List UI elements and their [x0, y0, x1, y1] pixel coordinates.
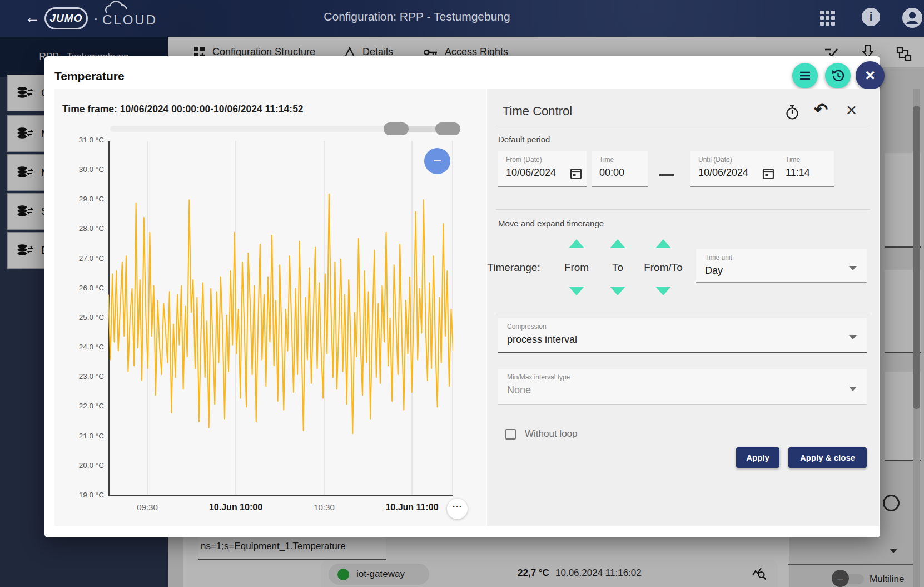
time-control-close-button[interactable]: ✕	[846, 102, 857, 119]
slider-handle-left[interactable]	[384, 122, 409, 135]
list-icon	[799, 71, 811, 81]
slider-handle-right[interactable]	[435, 122, 460, 135]
info-icon: i	[870, 11, 873, 23]
y-axis-tick: 27.0 °C	[54, 254, 104, 263]
apps-grid-icon	[819, 10, 836, 27]
y-axis-tick: 20.0 °C	[54, 461, 104, 470]
timerange-fromto-label: From/To	[635, 262, 691, 274]
x-axis-tick: 10.Jun 10:00	[200, 502, 272, 512]
page-title: Configuration: RPP - Testumgebung	[222, 10, 612, 23]
timerange-label: Timerange:	[480, 262, 547, 274]
from-time-field[interactable]: Time 00:00	[592, 151, 648, 187]
y-axis-tick: 22.0 °C	[54, 402, 104, 410]
y-axis-tick: 28.0 °C	[54, 224, 104, 233]
close-icon: ✕	[865, 68, 876, 83]
range-dash	[659, 174, 674, 176]
y-axis-tick: 26.0 °C	[54, 284, 104, 292]
timerange-from-down-button[interactable]	[569, 287, 584, 295]
apply-button[interactable]: Apply	[736, 447, 779, 468]
move-expand-label: Move and expand timerange	[498, 219, 604, 228]
compression-select[interactable]: Compression process interval	[498, 318, 867, 353]
cloud-icon	[103, 1, 153, 13]
chevron-down-icon	[849, 387, 857, 391]
until-date-field[interactable]: Until (Date) 10/06/2024	[690, 151, 779, 187]
y-axis-tick: 19.0 °C	[54, 491, 104, 499]
temperature-line	[108, 194, 453, 434]
timerange-from-up-button[interactable]	[569, 239, 584, 248]
timerange-to-down-button[interactable]	[610, 287, 625, 295]
x-axis-tick: 09:30	[111, 502, 183, 512]
minmax-interval-select[interactable]: Min/Max interval type None	[498, 369, 867, 405]
chart-panel: Time frame: 10/06/2024 00:00:00-10/06/20…	[54, 89, 486, 526]
list-view-button[interactable]	[792, 63, 818, 88]
account-button[interactable]	[902, 7, 923, 31]
back-button[interactable]: ←	[24, 8, 40, 28]
divider	[496, 314, 870, 314]
top-app-bar: ← JUMO · CLOUD Configuration: RPP - Test…	[0, 0, 924, 37]
calendar-icon[interactable]	[762, 167, 774, 182]
time-frame-label: Time frame: 10/06/2024 00:00:00-10/06/20…	[62, 103, 304, 115]
chart-menu-button[interactable]: ...	[447, 499, 468, 519]
chevron-down-icon	[849, 335, 857, 339]
close-dialog-button[interactable]: ✕	[856, 61, 885, 90]
timer-button[interactable]	[785, 105, 799, 122]
y-axis-tick: 29.0 °C	[54, 195, 104, 203]
time-control-title: Time Control	[503, 104, 572, 119]
undo-icon: ↶	[814, 100, 828, 119]
undo-button[interactable]: ↶	[814, 101, 828, 118]
info-button[interactable]: i	[862, 8, 880, 26]
y-axis-tick: 24.0 °C	[54, 343, 104, 351]
time-range-slider[interactable]	[110, 121, 463, 136]
without-loop-checkbox[interactable]	[505, 429, 516, 440]
x-axis-tick: 10.Jun 11:00	[376, 502, 448, 512]
jumo-logo: JUMO	[44, 7, 88, 29]
y-axis-tick: 21.0 °C	[54, 432, 104, 440]
temperature-chart-svg	[108, 141, 453, 496]
zoom-out-button[interactable]: −	[424, 148, 450, 174]
temperature-dialog: Temperature ✕ Time frame: 10/06/2024 00:…	[44, 56, 880, 537]
apps-grid-button[interactable]	[819, 10, 836, 29]
dialog-title: Temperature	[54, 70, 125, 83]
x-axis-tick: 10:30	[288, 502, 360, 512]
calendar-icon[interactable]	[570, 167, 582, 182]
screen: Configuration Structure Details Access R…	[0, 0, 924, 587]
timerange-fromto-up-button[interactable]	[655, 239, 671, 248]
history-button[interactable]	[825, 63, 851, 88]
y-axis-tick: 31.0 °C	[54, 136, 104, 144]
apply-and-close-button[interactable]: Apply & close	[788, 447, 867, 468]
time-control-panel: Time Control ↶ ✕ Default period From (Da…	[487, 89, 879, 526]
brand-separator: ·	[93, 10, 98, 27]
history-clock-icon	[831, 68, 845, 83]
divider	[496, 125, 870, 125]
y-axis-tick: 30.0 °C	[54, 165, 104, 174]
timerange-fromto-down-button[interactable]	[655, 287, 671, 295]
stopwatch-icon	[785, 105, 799, 120]
y-axis-tick: 23.0 °C	[54, 372, 104, 381]
ellipsis-icon: ...	[452, 499, 462, 510]
chevron-down-icon	[849, 266, 857, 270]
minus-icon: −	[433, 152, 441, 170]
until-time-field[interactable]: Time 11:14	[778, 151, 834, 187]
account-icon	[902, 7, 923, 28]
without-loop-label: Without loop	[525, 428, 578, 440]
brand-cloud-text: CLOUD	[102, 12, 157, 28]
close-icon: ✕	[846, 102, 857, 118]
timerange-to-up-button[interactable]	[610, 239, 625, 248]
from-date-field[interactable]: From (Date) 10/06/2024	[498, 151, 587, 187]
divider	[496, 209, 870, 210]
time-unit-select[interactable]: Time unit Day	[696, 249, 867, 283]
default-period-label: Default period	[498, 135, 550, 144]
y-axis-tick: 25.0 °C	[54, 313, 104, 322]
